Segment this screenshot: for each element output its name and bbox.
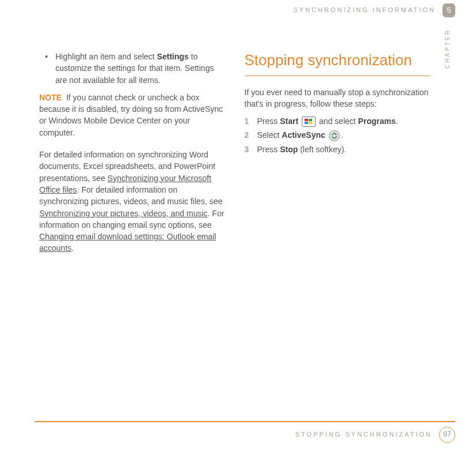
right-column: Stopping synchronization If you ever nee… <box>245 51 430 260</box>
bullet-icon: • <box>45 51 55 86</box>
step3-b: Stop <box>280 145 298 154</box>
step-2: Select ActiveSync . <box>245 129 430 141</box>
crossref-end: . <box>72 243 74 253</box>
step1-c: and select <box>319 116 358 126</box>
footer-title: STOPPING SYNCHRONIZATION <box>295 430 432 439</box>
step1-e: . <box>396 116 398 126</box>
crossref-paragraph: For detailed information on synchronizin… <box>39 149 225 254</box>
note-body: If you cannot check or uncheck a box bec… <box>39 93 223 137</box>
bullet-bold: Settings <box>157 52 189 61</box>
left-column: • Highlight an item and select Settings … <box>39 51 225 260</box>
step3-c: (left softkey). <box>298 145 346 154</box>
step-3: Press Stop (left softkey). <box>245 144 430 155</box>
running-title: SYNCHRONIZING INFORMATION <box>293 6 436 15</box>
link-email-settings[interactable]: Changing email download settings: Outloo… <box>39 232 216 253</box>
heading-rule <box>245 76 430 76</box>
windows-start-icon <box>302 116 316 127</box>
step2-c: . <box>341 130 343 140</box>
step1-a: Press <box>257 116 280 126</box>
content-columns: • Highlight an item and select Settings … <box>39 51 430 260</box>
page-number: 97 <box>439 427 455 443</box>
link-sync-media[interactable]: Synchronizing your pictures, videos, and… <box>39 209 208 218</box>
note-label: NOTE <box>39 93 62 102</box>
svg-rect-2 <box>305 122 308 124</box>
chapter-label-vertical: CHAPTER <box>444 29 452 69</box>
steps-list: Press Start and select Programs. Select … <box>245 115 430 155</box>
svg-rect-3 <box>309 122 312 124</box>
bullet-text: Highlight an item and select Settings to… <box>55 51 225 86</box>
footer-row: STOPPING SYNCHRONIZATION 97 <box>0 427 476 443</box>
section-heading: Stopping synchronization <box>245 51 430 70</box>
chapter-number-badge: 5 <box>443 3 455 17</box>
step3-a: Press <box>257 145 280 154</box>
page-footer: STOPPING SYNCHRONIZATION 97 <box>0 421 476 443</box>
step1-b: Start <box>280 116 298 126</box>
intro-paragraph: If you ever need to manually stop a sync… <box>245 87 430 110</box>
svg-rect-0 <box>305 119 308 121</box>
svg-rect-1 <box>309 119 312 121</box>
running-header: SYNCHRONIZING INFORMATION 5 <box>293 3 455 17</box>
bullet-item: • Highlight an item and select Settings … <box>39 51 225 86</box>
footer-rule <box>35 421 455 422</box>
bullet-pre: Highlight an item and select <box>55 52 157 61</box>
step1-d: Programs <box>358 116 396 126</box>
step-1: Press Start and select Programs. <box>245 115 430 127</box>
step2-b: ActiveSync <box>282 130 325 140</box>
note-paragraph: NOTE If you cannot check or uncheck a bo… <box>39 92 225 138</box>
activesync-icon <box>329 130 340 141</box>
step2-a: Select <box>257 130 282 140</box>
page: SYNCHRONIZING INFORMATION 5 CHAPTER • Hi… <box>0 0 476 451</box>
